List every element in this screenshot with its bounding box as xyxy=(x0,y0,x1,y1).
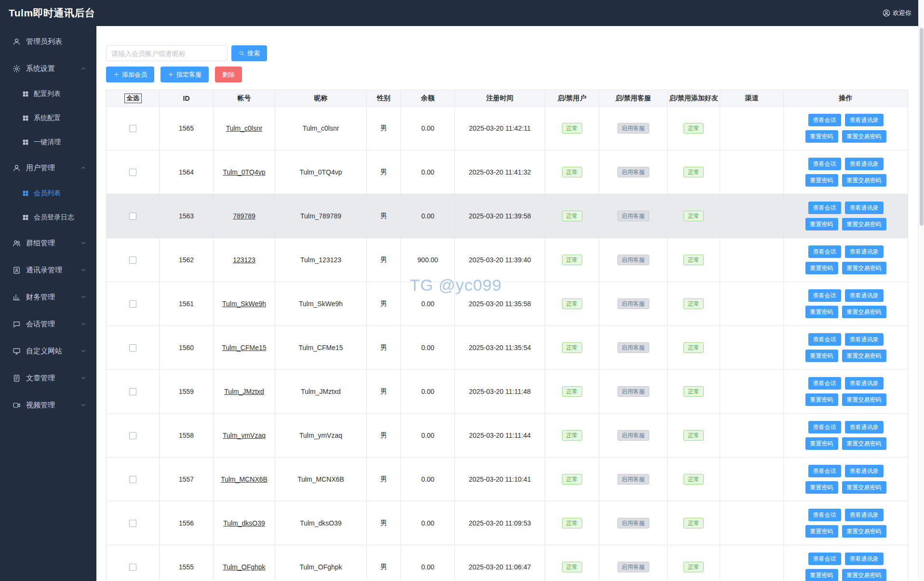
friend-status-badge[interactable]: 正常 xyxy=(683,211,704,221)
sidebar-item-group-management[interactable]: 群组管理 xyxy=(0,230,96,257)
support-status-badge[interactable]: 启用客服 xyxy=(617,123,649,134)
account-link[interactable]: Tulm_ymVzaq xyxy=(223,432,266,439)
support-status-badge[interactable]: 启用客服 xyxy=(617,298,649,309)
support-status-badge[interactable]: 启用客服 xyxy=(617,474,649,485)
account-link[interactable]: Tulm_SkWe9h xyxy=(222,300,266,308)
sidebar-item-admin-list[interactable]: 管理员列表 xyxy=(0,28,96,55)
view-session-button[interactable]: 查看会话 xyxy=(808,333,841,346)
row-checkbox[interactable] xyxy=(129,476,136,483)
reset-trade-password-button[interactable]: 重置交易密码 xyxy=(842,130,886,143)
account-link[interactable]: Tulm_CFMe15 xyxy=(222,344,266,351)
reset-password-button[interactable]: 重置密码 xyxy=(805,481,838,494)
user-status-badge[interactable]: 正常 xyxy=(562,562,582,572)
row-checkbox[interactable] xyxy=(129,432,136,439)
user-status-badge[interactable]: 正常 xyxy=(562,167,582,177)
account-link[interactable]: Tulm_JMztxd xyxy=(224,388,264,395)
search-button[interactable]: 搜索 xyxy=(231,45,267,61)
friend-status-badge[interactable]: 正常 xyxy=(683,298,704,309)
friend-status-badge[interactable]: 正常 xyxy=(683,562,704,572)
view-contacts-button[interactable]: 查看通讯录 xyxy=(845,289,884,302)
sidebar-subitem-member-list[interactable]: 会员列表 xyxy=(0,181,96,205)
sidebar-subitem-one-click-clean[interactable]: 一键清理 xyxy=(0,130,96,154)
reset-trade-password-button[interactable]: 重置交易密码 xyxy=(842,306,886,318)
sidebar-item-system-settings[interactable]: 系统设置 xyxy=(0,55,96,82)
account-link[interactable]: Tulm_dksO39 xyxy=(223,519,265,527)
friend-status-badge[interactable]: 正常 xyxy=(683,255,704,265)
reset-trade-password-button[interactable]: 重置交易密码 xyxy=(842,393,886,406)
row-checkbox[interactable] xyxy=(129,169,136,176)
view-session-button[interactable]: 查看会话 xyxy=(808,158,841,170)
reset-password-button[interactable]: 重置密码 xyxy=(805,306,838,318)
reset-trade-password-button[interactable]: 重置交易密码 xyxy=(842,174,886,187)
view-session-button[interactable]: 查看会话 xyxy=(808,114,841,126)
reset-password-button[interactable]: 重置密码 xyxy=(805,218,838,230)
account-link[interactable]: 123123 xyxy=(233,256,255,264)
reset-password-button[interactable]: 重置密码 xyxy=(805,569,838,581)
user-status-badge[interactable]: 正常 xyxy=(562,123,582,134)
friend-status-badge[interactable]: 正常 xyxy=(683,342,704,353)
sidebar-item-custom-website[interactable]: 自定义网站 xyxy=(0,338,96,365)
support-status-badge[interactable]: 启用客服 xyxy=(617,562,649,572)
sidebar-item-finance-management[interactable]: 财务管理 xyxy=(0,284,96,311)
user-status-badge[interactable]: 正常 xyxy=(562,518,582,528)
view-contacts-button[interactable]: 查看通讯录 xyxy=(845,421,884,433)
reset-trade-password-button[interactable]: 重置交易密码 xyxy=(842,262,886,274)
reset-trade-password-button[interactable]: 重置交易密码 xyxy=(842,481,886,494)
friend-status-badge[interactable]: 正常 xyxy=(683,474,704,485)
row-checkbox[interactable] xyxy=(129,520,136,527)
row-checkbox[interactable] xyxy=(129,344,136,351)
view-session-button[interactable]: 查看会话 xyxy=(808,465,841,477)
view-session-button[interactable]: 查看会话 xyxy=(808,202,841,214)
scrollbar-thumb[interactable] xyxy=(920,28,924,226)
support-status-badge[interactable]: 启用客服 xyxy=(617,386,649,397)
user-status-badge[interactable]: 正常 xyxy=(562,386,582,397)
reset-password-button[interactable]: 重置密码 xyxy=(805,393,838,406)
reset-trade-password-button[interactable]: 重置交易密码 xyxy=(842,569,886,581)
support-status-badge[interactable]: 启用客服 xyxy=(617,518,649,528)
user-status-badge[interactable]: 正常 xyxy=(562,255,582,265)
assign-support-button[interactable]: 指定客服 xyxy=(161,67,209,82)
user-status-badge[interactable]: 正常 xyxy=(562,211,582,221)
add-member-button[interactable]: 添加会员 xyxy=(106,67,154,82)
view-contacts-button[interactable]: 查看通讯录 xyxy=(845,377,884,390)
reset-trade-password-button[interactable]: 重置交易密码 xyxy=(842,437,886,450)
view-session-button[interactable]: 查看会话 xyxy=(808,553,841,565)
sidebar-item-contacts-management[interactable]: 通讯录管理 xyxy=(0,257,96,284)
user-status-badge[interactable]: 正常 xyxy=(562,342,582,353)
reset-password-button[interactable]: 重置密码 xyxy=(805,437,838,450)
reset-trade-password-button[interactable]: 重置交易密码 xyxy=(842,218,886,230)
support-status-badge[interactable]: 启用客服 xyxy=(617,342,649,353)
friend-status-badge[interactable]: 正常 xyxy=(683,386,704,397)
view-session-button[interactable]: 查看会话 xyxy=(808,245,841,258)
member-search-input[interactable] xyxy=(106,45,228,61)
sidebar-subitem-config-list[interactable]: 配置列表 xyxy=(0,82,96,106)
account-link[interactable]: 789789 xyxy=(233,212,255,220)
sidebar-subitem-member-login-log[interactable]: 会员登录日志 xyxy=(0,205,96,230)
reset-trade-password-button[interactable]: 重置交易密码 xyxy=(842,525,886,538)
view-session-button[interactable]: 查看会话 xyxy=(808,289,841,302)
reset-password-button[interactable]: 重置密码 xyxy=(805,350,838,362)
row-checkbox[interactable] xyxy=(129,564,136,571)
user-status-badge[interactable]: 正常 xyxy=(562,430,582,441)
view-contacts-button[interactable]: 查看通讯录 xyxy=(845,553,884,565)
view-contacts-button[interactable]: 查看通讯录 xyxy=(845,509,884,521)
account-link[interactable]: Tulm_MCNX6B xyxy=(221,475,268,483)
view-contacts-button[interactable]: 查看通讯录 xyxy=(845,333,884,346)
friend-status-badge[interactable]: 正常 xyxy=(683,518,704,528)
reset-trade-password-button[interactable]: 重置交易密码 xyxy=(842,350,886,362)
reset-password-button[interactable]: 重置密码 xyxy=(805,174,838,187)
reset-password-button[interactable]: 重置密码 xyxy=(805,130,838,143)
sidebar-item-user-management[interactable]: 用户管理 xyxy=(0,154,96,181)
sidebar-item-video-management[interactable]: 视频管理 xyxy=(0,392,96,419)
friend-status-badge[interactable]: 正常 xyxy=(683,167,704,177)
reset-password-button[interactable]: 重置密码 xyxy=(805,525,838,538)
select-all-button[interactable]: 全选 xyxy=(124,94,142,103)
row-checkbox[interactable] xyxy=(129,257,136,264)
row-checkbox[interactable] xyxy=(129,388,136,395)
row-checkbox[interactable] xyxy=(129,213,136,220)
sidebar-subitem-system-config[interactable]: 系统配置 xyxy=(0,106,96,130)
sidebar-item-session-management[interactable]: 会话管理 xyxy=(0,311,96,338)
support-status-badge[interactable]: 启用客服 xyxy=(617,211,649,221)
support-status-badge[interactable]: 启用客服 xyxy=(617,430,649,441)
delete-button[interactable]: 删除 xyxy=(215,67,242,82)
